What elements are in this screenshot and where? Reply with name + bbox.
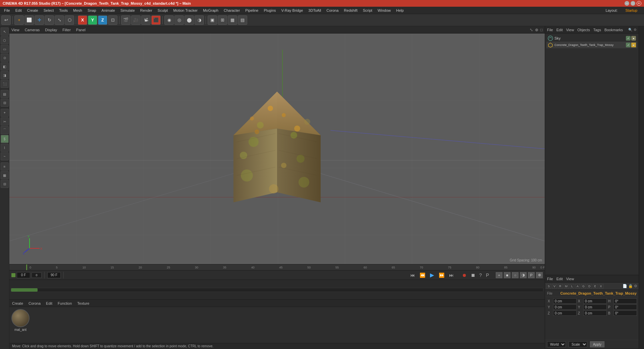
obj-file-menu[interactable]: File xyxy=(547,28,553,32)
props-d-btn[interactable]: D xyxy=(587,284,592,289)
track-btn-1[interactable]: + xyxy=(496,272,502,278)
props-x-btn[interactable]: X xyxy=(599,284,603,289)
lt-brush-btn[interactable]: $ xyxy=(1,135,9,143)
lt-texture-btn[interactable]: ▤ xyxy=(1,90,9,98)
maximize-button[interactable]: □ xyxy=(631,1,635,6)
menu-window[interactable]: Window xyxy=(375,8,393,13)
props-file-menu[interactable]: File xyxy=(547,277,553,281)
lt-point-btn[interactable]: ⊙ xyxy=(1,54,9,62)
props-g-btn[interactable]: G xyxy=(581,284,586,289)
render-all-btn[interactable]: 📽 xyxy=(141,15,151,25)
lt-uv-btn[interactable]: ⊟ xyxy=(1,99,9,107)
props-a-btn[interactable]: A xyxy=(575,284,580,289)
menu-animate[interactable]: Animate xyxy=(99,8,118,13)
props-s-btn[interactable]: S xyxy=(546,284,551,289)
record-btn[interactable]: ⏺ xyxy=(461,272,468,279)
sky-edit-btn[interactable]: ✓ xyxy=(626,36,631,41)
lt-poly-btn[interactable]: ⬡ xyxy=(1,36,9,44)
props-edit-menu[interactable]: Edit xyxy=(556,277,563,281)
floor-btn[interactable]: ▦ xyxy=(228,15,237,25)
new-object-button[interactable]: + xyxy=(14,15,24,25)
menu-pipeline[interactable]: Pipeline xyxy=(243,8,261,13)
menu-3dtoall[interactable]: 3DToAll xyxy=(306,8,324,13)
menu-render[interactable]: Render xyxy=(138,8,155,13)
props-e-btn[interactable]: E xyxy=(593,284,598,289)
x-axis-btn[interactable]: X xyxy=(78,15,87,25)
move-button[interactable]: ✛ xyxy=(35,15,44,25)
props-icon-2[interactable]: 🔒 xyxy=(628,284,633,288)
lt-scene-btn[interactable]: ◨ xyxy=(1,71,9,79)
step-back-btn[interactable]: ⏪ xyxy=(418,272,427,279)
filter-menu[interactable]: Filter xyxy=(62,28,70,32)
track-btn-2[interactable]: ■ xyxy=(504,272,511,278)
menu-character[interactable]: Character xyxy=(221,8,243,13)
apply-button[interactable]: Apply xyxy=(590,341,604,347)
rotate-button[interactable]: ↻ xyxy=(45,15,54,25)
lt-layer-btn[interactable]: ≡ xyxy=(1,162,9,170)
props-view-menu[interactable]: View xyxy=(566,277,574,281)
viewport-container[interactable]: View Cameras Display Filter Panel ⤡ ⊕ □ xyxy=(9,26,545,264)
layout-selector[interactable]: Layout: Startup xyxy=(603,8,643,12)
lt-magnet-btn[interactable]: ⌇ xyxy=(1,144,9,152)
vp-icon-2[interactable]: ⊕ xyxy=(535,28,538,32)
menu-file[interactable]: File xyxy=(1,8,13,13)
render-preview-btn[interactable]: 🎬 xyxy=(121,15,130,25)
go-to-end-btn[interactable]: ⏭ xyxy=(448,272,455,279)
lt-sculpt-btn[interactable]: ~ xyxy=(1,152,9,160)
scale-select[interactable]: Scale xyxy=(569,341,587,347)
props-l-btn[interactable]: L xyxy=(570,284,574,289)
props-v-btn[interactable]: V xyxy=(552,284,557,289)
menu-corona[interactable]: Corona xyxy=(324,8,341,13)
menu-edit[interactable]: Edit xyxy=(13,8,24,13)
props-icon-1[interactable]: 📄 xyxy=(623,284,627,288)
z-axis-btn[interactable]: Z xyxy=(98,15,107,25)
z-input[interactable] xyxy=(553,310,577,316)
enable-axis-btn[interactable]: ▣ xyxy=(208,15,217,25)
lt-timeline-btn[interactable]: ⊟ xyxy=(1,180,9,188)
obj-view-menu[interactable]: View xyxy=(566,28,574,32)
mat-texture-menu[interactable]: Texture xyxy=(77,301,89,305)
menu-simulate[interactable]: Simulate xyxy=(118,8,138,13)
obj-item-concrete[interactable]: Concrete_Dragon_Teeth_Tank_Trap_Mossy ✓ … xyxy=(546,42,637,48)
menu-sculpt[interactable]: Sculpt xyxy=(155,8,171,13)
play-btn[interactable]: ▶ xyxy=(429,271,435,279)
obj-edit-menu[interactable]: Edit xyxy=(556,28,563,32)
mat-corona-menu[interactable]: Corona xyxy=(29,301,41,305)
menu-select[interactable]: Select xyxy=(41,8,57,13)
vp-icon-3[interactable]: □ xyxy=(540,28,543,32)
lt-model-btn[interactable]: ⬛ xyxy=(1,80,9,88)
props-m-btn[interactable]: M xyxy=(564,284,569,289)
lt-object-btn[interactable]: ◧ xyxy=(1,62,9,70)
track-btn-6[interactable]: ⊕ xyxy=(536,272,543,278)
y-axis-btn[interactable]: Y xyxy=(88,15,97,25)
props-r-btn[interactable]: R xyxy=(558,284,563,289)
scale-button[interactable]: ⤡ xyxy=(55,15,64,25)
sky-view-btn[interactable]: ● xyxy=(631,36,636,41)
world-select[interactable]: World xyxy=(547,341,566,347)
x-input[interactable] xyxy=(553,298,577,304)
menu-mograph[interactable]: MoGraph xyxy=(200,8,221,13)
vp-icon-1[interactable]: ⤡ xyxy=(530,28,533,32)
h-input[interactable] xyxy=(613,298,637,304)
go-to-start-btn[interactable]: ⏮ xyxy=(409,272,416,279)
menu-tools[interactable]: Tools xyxy=(56,8,70,13)
menu-vray[interactable]: V-Ray Bridge xyxy=(279,8,306,13)
menu-motion-tracker[interactable]: Motion Tracker xyxy=(170,8,200,13)
lt-edge-btn[interactable]: ▭ xyxy=(1,45,9,53)
mat-function-menu[interactable]: Function xyxy=(58,301,72,305)
end-frame-input[interactable] xyxy=(47,272,61,278)
menu-mesh[interactable]: Mesh xyxy=(70,8,85,13)
lt-spline-btn[interactable]: ⌒ xyxy=(1,126,9,134)
horizon-btn[interactable]: ▤ xyxy=(238,15,247,25)
render-active-btn[interactable]: 🎥 xyxy=(131,15,141,25)
cameras-menu[interactable]: Cameras xyxy=(25,28,40,32)
menu-redshift[interactable]: Redshift xyxy=(341,8,360,13)
mat-edit-menu[interactable]: Edit xyxy=(46,301,52,305)
timeline-track-bar[interactable] xyxy=(11,288,543,292)
display-shaded-btn[interactable]: ◑ xyxy=(195,15,204,25)
menu-plugins[interactable]: Plugins xyxy=(261,8,278,13)
render-settings-button[interactable]: ⬡ xyxy=(65,15,74,25)
menu-create[interactable]: Create xyxy=(24,8,41,13)
sx-input[interactable] xyxy=(583,298,607,304)
track-btn-3[interactable]: ○ xyxy=(512,272,519,278)
